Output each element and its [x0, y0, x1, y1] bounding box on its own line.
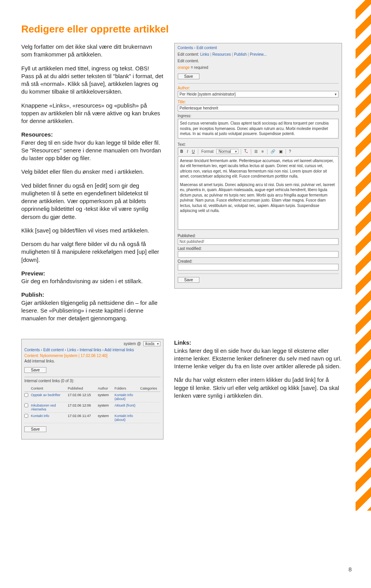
paragraph: Velg bildet eller filen du ønsker med i …: [21, 168, 163, 176]
row-checkbox[interactable]: [24, 403, 28, 407]
save-button-top[interactable]: Save: [178, 74, 200, 79]
created-label: Created:: [178, 259, 339, 263]
text-color-icon[interactable]: T▪: [243, 149, 248, 154]
table-row: Kontakt info 17.02.06 11:47 system Konta…: [24, 413, 160, 423]
paragraph: Publish:Gjør artikkelen tilgjengelig på …: [21, 291, 163, 322]
title-label: Title:: [178, 100, 339, 104]
title-input[interactable]: Pellentesque hendrerit: [178, 105, 339, 111]
tab-preview[interactable]: Preview...: [250, 52, 266, 56]
save-button-bottom[interactable]: Save: [178, 277, 200, 283]
save-button[interactable]: Save: [24, 367, 46, 373]
image-icon[interactable]: ▣: [278, 149, 283, 154]
ingress-textarea[interactable]: Sed cursus venenatis ipsum. Class aptent…: [178, 119, 339, 138]
add-line: Add internal links.: [24, 359, 160, 363]
paragraph: Velg forfatter om det ikke skal være dit…: [21, 43, 163, 59]
content-line: Content: Nykommerne [system | 17.02.06 1…: [24, 354, 160, 358]
links-panel: system @ ikada Contents › Edit content ›…: [21, 339, 163, 439]
tab-publish[interactable]: Publish: [234, 52, 247, 56]
paragraph: Fyll ut artikkelen med tittel, ingress o…: [21, 65, 163, 96]
richtext-editor[interactable]: Aenean tincidunt fermentum ante. Pellent…: [178, 156, 339, 230]
breadcrumb: Contents › Edit content › Links › Intern…: [24, 348, 160, 352]
paragraph: Klikk [save] og bildet/filen vil vises m…: [21, 227, 163, 234]
page-heading: Redigere eller opprette artikkel: [21, 23, 342, 35]
site-select[interactable]: ikada: [143, 341, 160, 346]
page-number: 8: [349, 566, 352, 573]
save-button[interactable]: Save: [24, 426, 46, 432]
published-label: Published:: [178, 234, 339, 238]
required-legend: orange = required: [178, 65, 339, 70]
row-checkbox[interactable]: [24, 393, 28, 397]
paragraph: Knappene «Links», «resources» og «publis…: [21, 102, 163, 125]
paragraph: Resources:Fører deg til en side hvor du …: [21, 131, 163, 162]
tab-links[interactable]: Links: [200, 52, 209, 56]
published-value: Not published!: [178, 238, 339, 245]
italic-icon[interactable]: I: [186, 149, 189, 154]
help-icon[interactable]: ?: [288, 149, 292, 154]
ingress-label: Ingress:: [178, 114, 339, 118]
created-value: [178, 264, 339, 270]
last-modified-label: Last modified:: [178, 246, 339, 251]
row-checkbox[interactable]: [24, 414, 28, 418]
author-label: Author:: [178, 86, 339, 90]
body-text-left: Velg forfatter om det ikke skal være dit…: [21, 43, 163, 328]
bold-icon[interactable]: B: [180, 149, 184, 154]
body-text-right: Links:Links fører deg til en side hvor d…: [174, 339, 342, 439]
tab-resources[interactable]: Resources: [212, 52, 231, 56]
paragraph: Ved bildet finner du også en [edit] som …: [21, 182, 163, 221]
list-numbers-icon[interactable]: ≡: [261, 149, 265, 154]
breadcrumb: Contents › Edit content: [178, 46, 339, 50]
richtext-toolbar: B I U Format Normal T▪ ☰ ≡ 🔗 ▣ ?: [178, 147, 339, 156]
list-bullets-icon[interactable]: ☰: [254, 149, 259, 154]
format-label: Format: [201, 149, 214, 154]
text-label: Text:: [178, 142, 339, 147]
author-select[interactable]: Per Heide [system administrator]: [178, 91, 339, 97]
table-row: Opptak av bedrifter 17.02.06 12:15 syste…: [24, 392, 160, 402]
paragraph: Dersom du har valgt flere bilder vil du …: [21, 240, 163, 264]
links-count: Internal content links (0 of 3):: [24, 379, 160, 383]
decorative-hatch: [356, 0, 371, 511]
cms-tabs: Edit content: Links | Resources | Publis…: [178, 52, 339, 56]
current-user: system @: [124, 342, 141, 346]
link-icon[interactable]: 🔗: [270, 149, 276, 154]
links-table: Content Published Author Folders Categor…: [24, 385, 160, 423]
last-modified-value: [178, 251, 339, 258]
table-row: Inkubatoren ved Akerselva 17.02.06 12:06…: [24, 402, 160, 413]
panel-subtitle: Edit content.: [178, 59, 339, 63]
paragraph: Preview:Gir deg en forhåndsvisning av si…: [21, 270, 163, 285]
underline-icon[interactable]: U: [191, 149, 196, 154]
format-select[interactable]: Normal: [216, 149, 238, 154]
cms-edit-panel: Contents › Edit content Edit content: Li…: [174, 43, 342, 289]
